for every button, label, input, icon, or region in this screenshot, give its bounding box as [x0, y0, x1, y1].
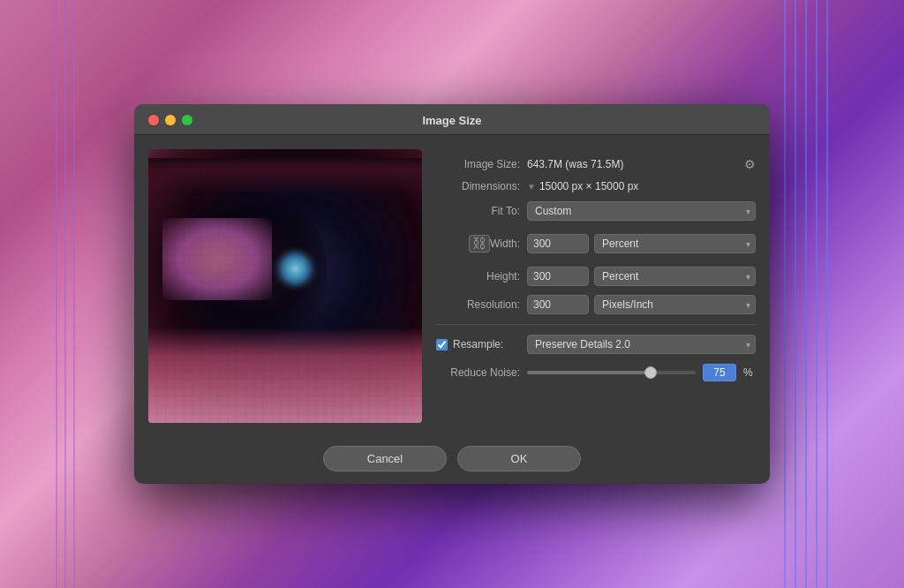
resolution-label: Resolution:	[436, 298, 520, 311]
dimensions-value: 15000 px × 15000 px	[539, 180, 638, 192]
image-size-value: 643.7M (was 71.5M)	[527, 158, 623, 170]
svg-rect-1	[148, 149, 422, 423]
height-field-group: Percent Pixels Inches ▾	[527, 267, 756, 286]
image-size-dialog: Image Size	[134, 104, 770, 484]
resolution-row: Resolution: Pixels/Inch Pixels/Centimete…	[436, 290, 756, 319]
resample-select[interactable]: Preserve Details 2.0 Automatic Preserve …	[527, 335, 756, 354]
resolution-input[interactable]	[527, 295, 589, 314]
dialog-body: Image Size: 643.7M (was 71.5M) ⚙ Dimensi…	[134, 135, 770, 437]
image-preview	[148, 149, 422, 423]
link-icon-top: ⛓	[472, 230, 486, 258]
image-size-label: Image Size:	[436, 158, 520, 170]
resample-label: Resample:	[453, 338, 503, 351]
reduce-noise-input[interactable]	[703, 364, 736, 381]
width-row: ⛓ Width: Percent Pixels Inches ▾	[436, 225, 756, 262]
pixel-overlay	[148, 149, 422, 423]
reduce-noise-label: Reduce Noise:	[436, 366, 520, 379]
window-controls	[148, 115, 192, 125]
resolution-unit-select[interactable]: Pixels/Inch Pixels/Centimeter	[594, 295, 756, 314]
gear-button[interactable]: ⚙	[744, 157, 756, 171]
preview-canvas	[148, 149, 422, 423]
ok-button[interactable]: OK	[457, 446, 581, 471]
maximize-button[interactable]	[182, 115, 192, 125]
fit-to-select[interactable]: Custom Original Size Letter (8 x 10 in) …	[527, 201, 756, 221]
fit-to-wrapper: Custom Original Size Letter (8 x 10 in) …	[527, 201, 756, 221]
height-row: Height: Percent Pixels Inches ▾	[436, 262, 756, 290]
width-input[interactable]	[527, 234, 589, 253]
slider-container: %	[527, 364, 756, 381]
height-unit-wrapper: Percent Pixels Inches ▾	[594, 267, 756, 286]
cancel-button[interactable]: Cancel	[323, 446, 447, 471]
divider	[436, 324, 756, 325]
reduce-noise-slider[interactable]	[527, 371, 696, 374]
dimensions-dropdown-icon[interactable]: ▼	[527, 182, 536, 192]
height-input[interactable]	[527, 267, 589, 286]
width-unit-wrapper: Percent Pixels Inches ▾	[594, 234, 756, 253]
resample-select-wrapper: Preserve Details 2.0 Automatic Preserve …	[527, 335, 756, 354]
resample-checkbox-label[interactable]: Resample:	[436, 338, 520, 351]
title-bar: Image Size	[134, 104, 770, 135]
reduce-noise-row: Reduce Noise: %	[436, 358, 756, 387]
dialog-buttons: Cancel OK	[134, 437, 770, 484]
width-label: Width:	[490, 237, 520, 250]
resample-row: Resample: Preserve Details 2.0 Automatic…	[436, 330, 756, 358]
width-field-group: Percent Pixels Inches ▾	[527, 234, 756, 253]
image-size-row: Image Size: 643.7M (was 71.5M) ⚙	[436, 153, 756, 176]
close-button[interactable]	[148, 115, 159, 125]
resample-checkbox[interactable]	[436, 339, 448, 351]
height-unit-select[interactable]: Percent Pixels Inches	[594, 267, 756, 286]
width-unit-select[interactable]: Percent Pixels Inches	[594, 234, 756, 253]
fit-to-label: Fit To:	[436, 205, 520, 217]
chain-link-icon[interactable]: ⛓	[469, 235, 490, 253]
dialog-title: Image Size	[422, 114, 481, 127]
controls-area: Image Size: 643.7M (was 71.5M) ⚙ Dimensi…	[436, 149, 756, 423]
fit-to-row: Fit To: Custom Original Size Letter (8 x…	[436, 197, 756, 225]
height-label: Height:	[436, 270, 520, 283]
resolution-field-group: Pixels/Inch Pixels/Centimeter ▾	[527, 295, 756, 314]
resolution-unit-wrapper: Pixels/Inch Pixels/Centimeter ▾	[594, 295, 756, 314]
dimensions-row: Dimensions: ▼ 15000 px × 15000 px	[436, 176, 756, 197]
minimize-button[interactable]	[165, 115, 176, 125]
dimensions-label: Dimensions:	[436, 180, 520, 192]
percent-label: %	[743, 366, 756, 379]
dialog-overlay: Image Size	[0, 0, 904, 588]
